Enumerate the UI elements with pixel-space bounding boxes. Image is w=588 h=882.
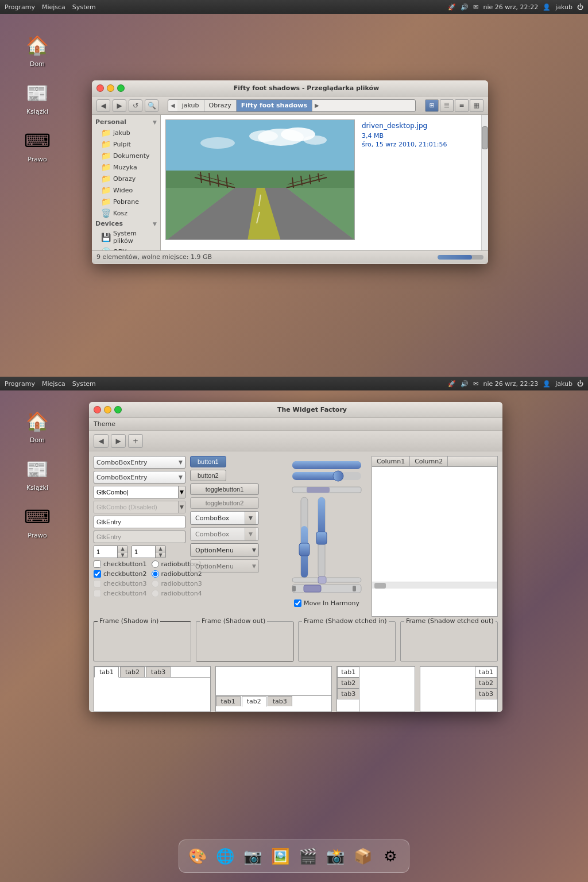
desktop-icon-ksiazki[interactable]: 📰 Książki (17, 79, 57, 115)
refresh-button[interactable]: ↺ (129, 99, 142, 112)
sidebar-pulpit[interactable]: 📁 Pulpit (92, 138, 160, 150)
view-icons-button[interactable]: ⊞ (425, 99, 439, 112)
dock-bottom-item-3[interactable]: 📷 (240, 844, 265, 869)
sidebar-obrazy[interactable]: 📁 Obrazy (92, 173, 160, 184)
dock-bottom-item-1[interactable]: 🎨 (185, 844, 210, 869)
gtk-combo-1[interactable]: ▼ (94, 486, 185, 498)
tab-bottom-2[interactable]: tab2 (242, 696, 266, 707)
button-1[interactable]: button1 (190, 456, 226, 467)
spin-up-1[interactable]: ▲ (118, 546, 127, 552)
sidebar-muzyka[interactable]: 📁 Muzyka (92, 161, 160, 173)
maximize-button[interactable] (117, 84, 125, 92)
col-header-2[interactable]: Column2 (410, 457, 448, 466)
radio-1[interactable] (152, 560, 159, 568)
view-list2-button[interactable]: ≡ (455, 99, 469, 112)
wf-next-button[interactable]: ▶ (111, 434, 126, 448)
tab-right-2[interactable]: tab2 (475, 678, 497, 688)
power-icon[interactable]: ⏻ (577, 3, 583, 11)
tab-bottom-3[interactable]: tab3 (268, 696, 292, 706)
sidebar-devices-header[interactable]: Devices ▼ (92, 219, 160, 229)
path-arrow-right[interactable]: ▶ (312, 101, 322, 110)
menu-programy[interactable]: Programy (5, 3, 35, 11)
bottom-menu[interactable]: Programy Miejsca System (5, 380, 448, 388)
radio-2[interactable] (152, 570, 159, 578)
wf-add-button[interactable]: + (128, 434, 143, 448)
path-jakub[interactable]: jakub (177, 100, 204, 111)
dock-bottom-item-5[interactable]: 🎬 (295, 844, 320, 869)
bottom-power-icon[interactable]: ⏻ (577, 380, 583, 388)
tab-top-3[interactable]: tab3 (146, 667, 171, 677)
move-in-harmony-checkbox[interactable] (294, 599, 301, 607)
col-hscroll[interactable] (372, 582, 497, 589)
sidebar-ody[interactable]: 💿 ODY> (92, 246, 160, 250)
wf-close-button[interactable] (94, 406, 101, 413)
desktop-icon-ksiazki-bottom[interactable]: 📰 Książki (17, 455, 57, 492)
path-active[interactable]: Fifty foot shadows (237, 100, 312, 111)
sidebar-personal-header[interactable]: Personal ▼ (92, 117, 160, 127)
search-button[interactable]: 🔍 (145, 99, 158, 112)
volume-icon[interactable]: 🔊 (461, 3, 469, 11)
tab-left-1[interactable]: tab1 (337, 667, 359, 678)
desktop-icon-prawo[interactable]: ⌨️ Prawo (17, 127, 57, 163)
sidebar-system-plikow[interactable]: 💾 System plików (92, 229, 160, 246)
fm-scrollbar[interactable] (481, 115, 488, 250)
sidebar-dokumenty[interactable]: 📁 Dokumenty (92, 150, 160, 161)
view-compact-button[interactable]: ▦ (470, 99, 483, 112)
bottom-menu-miejsca[interactable]: Miejsca (42, 380, 65, 388)
wf-prev-button[interactable]: ◀ (94, 434, 109, 448)
menu-system[interactable]: System (72, 3, 96, 11)
top-menu[interactable]: Programy Miejsca System (5, 3, 448, 11)
sidebar-kosz[interactable]: 🗑️ Kosz (92, 207, 160, 219)
wf-column4[interactable]: Column1 Column2 (372, 456, 498, 617)
desktop-icon-dom[interactable]: 🏠 Dom (17, 32, 57, 68)
gtk-combo-input-1[interactable] (94, 486, 178, 498)
spin-1[interactable]: ▲ ▼ (94, 546, 128, 558)
dock-bottom-item-7[interactable]: 📦 (350, 844, 376, 869)
bottom-mail-icon[interactable]: ✉️ (473, 380, 478, 388)
spin-up-2[interactable]: ▲ (156, 546, 165, 552)
tab-right-3[interactable]: tab3 (475, 688, 497, 699)
wf-minimize-button[interactable] (104, 406, 111, 413)
gtk-entry-1[interactable] (94, 516, 185, 528)
combobox-1[interactable]: ComboBox ▼ (190, 511, 259, 525)
spin-down-2[interactable]: ▼ (156, 552, 165, 558)
desktop-icon-prawo-bottom[interactable]: ⌨️ Prawo (17, 503, 57, 539)
col-hscroll-thumb[interactable] (374, 583, 386, 589)
minimize-button[interactable] (107, 84, 114, 92)
spin-input-2[interactable] (132, 546, 155, 558)
tab-bottom-1[interactable]: tab1 (216, 696, 241, 706)
tab-top-1[interactable]: tab1 (94, 667, 119, 678)
tab-left-3[interactable]: tab3 (337, 688, 359, 699)
dock-bottom-item-4[interactable]: 🖼️ (268, 844, 293, 869)
theme-menu-label[interactable]: Theme (94, 420, 115, 428)
sidebar-jakub[interactable]: 📁 jakub (92, 127, 160, 138)
bottom-volume-icon[interactable]: 🔊 (461, 380, 469, 388)
close-button[interactable] (96, 84, 104, 92)
desktop-icon-dom-bottom[interactable]: 🏠 Dom (17, 408, 57, 444)
col-header-1[interactable]: Column1 (372, 457, 410, 466)
spin-2[interactable]: ▲ ▼ (131, 546, 166, 558)
forward-button[interactable]: ▶ (113, 99, 126, 112)
gtk-combo-arrow-1[interactable]: ▼ (178, 486, 185, 498)
spin-down-1[interactable]: ▼ (118, 552, 127, 558)
mail-icon[interactable]: ✉️ (473, 3, 478, 11)
dock-bottom-item-2[interactable]: 🌐 (212, 844, 238, 869)
tab-top-2[interactable]: tab2 (120, 667, 145, 677)
dock-bottom-item-6[interactable]: 📸 (323, 844, 348, 869)
fm-scrollbar-thumb[interactable] (482, 126, 488, 149)
button-2[interactable]: button2 (190, 470, 226, 481)
combo-box-entry-1[interactable]: ComboBoxEntry ▼ (94, 456, 185, 469)
fm-path-bar[interactable]: ◀ jakub Obrazy Fifty foot shadows ▶ (168, 99, 416, 112)
checkbox-2[interactable] (94, 570, 101, 578)
bottom-menu-system[interactable]: System (72, 380, 96, 388)
dock-bottom-item-8[interactable]: ⚙️ (378, 844, 403, 869)
path-obrazy[interactable]: Obrazy (204, 100, 237, 111)
path-arrow-left[interactable]: ◀ (168, 101, 177, 110)
bottom-menu-programy[interactable]: Programy (5, 380, 35, 388)
back-button[interactable]: ◀ (96, 99, 110, 112)
view-list-button[interactable]: ☰ (440, 99, 454, 112)
menu-miejsca[interactable]: Miejsca (42, 3, 65, 11)
togglebutton-1[interactable]: togglebutton1 (190, 483, 259, 495)
tab-right-1[interactable]: tab1 (475, 667, 497, 678)
checkbox-1[interactable] (94, 560, 101, 568)
